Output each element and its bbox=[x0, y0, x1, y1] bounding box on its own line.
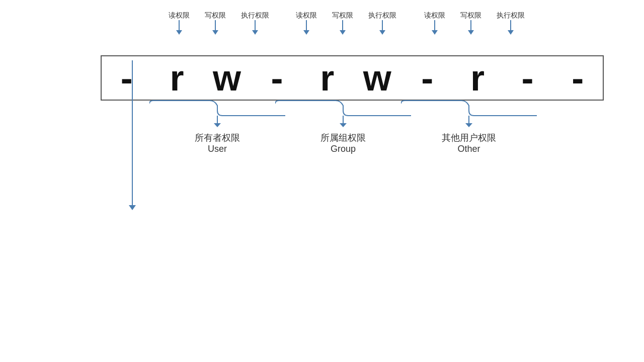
perm-char-3: - bbox=[252, 60, 302, 96]
other-exec-label: 执行权限 bbox=[497, 11, 525, 35]
perm-char-1: r bbox=[152, 60, 202, 96]
other-write-label: 写权限 bbox=[460, 11, 481, 35]
other-section-label: 其他用户权限 Other bbox=[401, 132, 537, 154]
filetype-vertical-line bbox=[132, 60, 133, 209]
user-exec-label: 执行权限 bbox=[241, 11, 269, 35]
perm-char-7: r bbox=[452, 60, 503, 96]
svg-marker-5 bbox=[465, 123, 472, 127]
user-labels: 读权限 写权限 执行权限 bbox=[169, 11, 269, 35]
user-read-label: 读权限 bbox=[169, 11, 190, 35]
perm-char-6: - bbox=[403, 60, 453, 96]
other-read-label: 读权限 bbox=[424, 11, 445, 35]
other-brace bbox=[401, 100, 537, 127]
svg-marker-1 bbox=[214, 123, 221, 127]
permission-box: - r w - r w - r - - bbox=[101, 55, 604, 101]
filetype-arrow bbox=[129, 205, 136, 210]
other-labels: 读权限 写权限 执行权限 bbox=[424, 11, 525, 35]
perm-char-2: w bbox=[202, 60, 252, 96]
user-brace bbox=[149, 100, 285, 127]
perm-char-9: - bbox=[552, 60, 603, 96]
group-exec-label: 执行权限 bbox=[368, 11, 396, 35]
group-labels: 读权限 写权限 执行权限 bbox=[296, 11, 396, 35]
perm-char-5: w bbox=[352, 60, 403, 96]
user-write-label: 写权限 bbox=[205, 11, 226, 35]
perm-char-0: - bbox=[102, 60, 152, 96]
group-section-label: 所属组权限 Group bbox=[275, 132, 411, 154]
svg-marker-3 bbox=[340, 123, 347, 127]
perm-char-8: - bbox=[503, 60, 553, 96]
diagram-area: 读权限 写权限 执行权限 读权限 写权限 执行权限 bbox=[0, 0, 644, 211]
group-brace bbox=[275, 100, 411, 127]
group-write-label: 写权限 bbox=[332, 11, 353, 35]
group-read-label: 读权限 bbox=[296, 11, 317, 35]
perm-char-4: r bbox=[302, 60, 352, 96]
user-section-label: 所有者权限 User bbox=[149, 132, 285, 154]
